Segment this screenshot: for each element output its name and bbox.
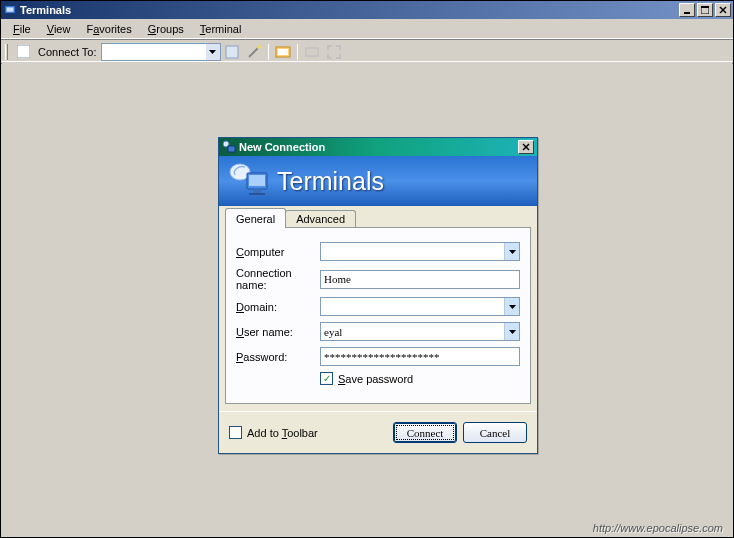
- menu-view[interactable]: View: [39, 21, 79, 37]
- toolbar-grip: [5, 44, 8, 60]
- separator: [268, 44, 269, 60]
- username-combo[interactable]: [320, 322, 520, 341]
- svg-rect-4: [701, 6, 709, 8]
- unchecked-box-icon[interactable]: [13, 42, 33, 62]
- banner-title: Terminals: [277, 167, 384, 196]
- username-label: User name:: [236, 326, 320, 338]
- svg-rect-9: [226, 46, 238, 58]
- close-button[interactable]: [715, 3, 731, 17]
- dialog-banner: Terminals: [219, 156, 537, 206]
- menu-file[interactable]: File: [5, 21, 39, 37]
- svg-rect-2: [684, 12, 690, 14]
- dialog-icon: [222, 140, 236, 154]
- domain-label: Domain:: [236, 301, 320, 313]
- svg-marker-26: [509, 330, 516, 334]
- computer-label: Computer: [236, 246, 320, 258]
- tab-panel-general: Computer Connection name: Domain: User n…: [225, 227, 531, 404]
- save-password-label: Save password: [338, 373, 413, 385]
- svg-line-10: [249, 47, 259, 57]
- svg-rect-1: [7, 7, 14, 11]
- chevron-down-icon[interactable]: [504, 323, 519, 340]
- svg-point-11: [257, 45, 261, 49]
- menu-favorites[interactable]: Favorites: [78, 21, 139, 37]
- svg-rect-7: [17, 45, 30, 58]
- svg-rect-21: [249, 175, 265, 186]
- computer-combo[interactable]: [320, 242, 520, 261]
- tab-general[interactable]: General: [225, 208, 286, 228]
- separator: [297, 44, 298, 60]
- dialog-close-button[interactable]: [518, 140, 534, 154]
- chevron-down-icon[interactable]: [504, 298, 519, 315]
- svg-rect-13: [278, 49, 288, 55]
- menubar: File View Favorites Groups Terminal: [1, 19, 733, 40]
- tab-strip: General Advanced: [219, 206, 537, 228]
- tab-advanced[interactable]: Advanced: [285, 210, 356, 228]
- main-window: Terminals File View Favorites Groups Ter…: [0, 0, 734, 538]
- tb-btn-disabled-1: [302, 42, 322, 62]
- dialog-bottom-bar: ✓ Add to Toolbar Connect Cancel: [219, 411, 537, 453]
- maximize-button[interactable]: [697, 3, 713, 17]
- connect-to-combo[interactable]: [101, 43, 221, 61]
- connect-to-label: Connect To:: [34, 46, 101, 58]
- watermark-text: http://www.epocalipse.com: [593, 522, 723, 534]
- fullscreen-icon[interactable]: [324, 42, 344, 62]
- main-titlebar: Terminals: [1, 1, 733, 19]
- domain-combo[interactable]: [320, 297, 520, 316]
- main-title: Terminals: [20, 4, 677, 16]
- svg-rect-14: [306, 48, 318, 56]
- svg-marker-24: [509, 250, 516, 254]
- password-label: Password:: [236, 351, 320, 363]
- connection-name-input[interactable]: [320, 270, 520, 289]
- new-connection-dialog: New Connection Terminals General Advance…: [218, 137, 538, 454]
- svg-marker-25: [509, 305, 516, 309]
- app-icon: [3, 3, 17, 17]
- password-input[interactable]: [320, 347, 520, 366]
- menu-groups[interactable]: Groups: [140, 21, 192, 37]
- connection-name-label: Connection name:: [236, 267, 320, 291]
- svg-marker-8: [209, 50, 216, 54]
- svg-rect-16: [228, 146, 235, 152]
- add-to-toolbar-checkbox[interactable]: ✓: [229, 426, 242, 439]
- connect-button[interactable]: Connect: [393, 422, 457, 443]
- chevron-down-icon[interactable]: [206, 44, 220, 60]
- dialog-titlebar: New Connection: [219, 138, 537, 156]
- chevron-down-icon[interactable]: [504, 243, 519, 260]
- wand-icon[interactable]: [244, 42, 264, 62]
- tb-btn-1[interactable]: [222, 42, 242, 62]
- save-password-checkbox[interactable]: ✓: [320, 372, 333, 385]
- add-to-toolbar-label: Add to Toolbar: [247, 427, 318, 439]
- svg-rect-23: [249, 193, 265, 195]
- screen-icon[interactable]: [273, 42, 293, 62]
- cancel-button[interactable]: Cancel: [463, 422, 527, 443]
- minimize-button[interactable]: [679, 3, 695, 17]
- svg-rect-22: [253, 189, 261, 193]
- dialog-title: New Connection: [239, 141, 518, 153]
- menu-terminal[interactable]: Terminal: [192, 21, 250, 37]
- satellite-monitor-icon: [227, 159, 271, 203]
